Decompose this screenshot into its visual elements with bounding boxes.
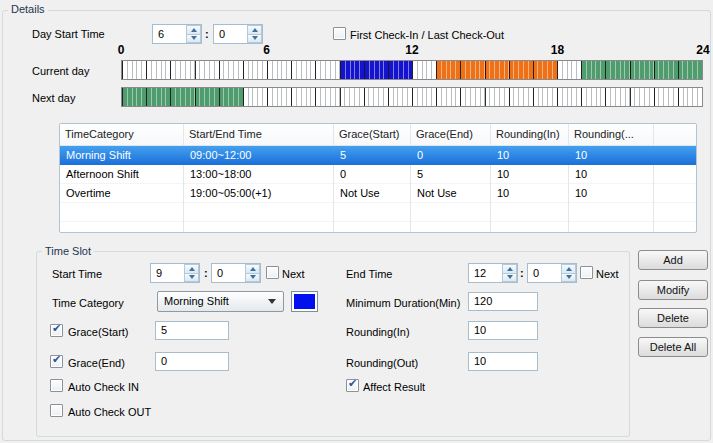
rounding-in-input[interactable]: 10 xyxy=(468,321,538,340)
start-time-label: Start Time xyxy=(52,267,102,281)
down-arrow-icon xyxy=(191,36,197,40)
next-day-label: Next day xyxy=(32,91,75,105)
day-start-minute-spinner[interactable]: 0 xyxy=(213,24,263,44)
rounding-out-input[interactable]: 10 xyxy=(468,352,538,371)
up-arrow-icon xyxy=(189,267,195,271)
table-row[interactable]: Afternoon Shift13:00~18:00051010 xyxy=(60,165,696,184)
table-cell: 10 xyxy=(569,146,654,165)
down-arrow-icon xyxy=(189,275,195,279)
table-cell: 10 xyxy=(491,146,569,165)
details-groupbox-label: Details xyxy=(8,3,48,16)
up-arrow-icon xyxy=(191,28,197,32)
spin-down-button[interactable] xyxy=(502,273,517,283)
start-time-next-checkbox[interactable] xyxy=(266,266,279,279)
day-start-minute-value[interactable]: 0 xyxy=(214,25,247,43)
table-cell: Overtime xyxy=(60,184,184,203)
column-separator xyxy=(183,124,184,145)
start-time-hour-spinner[interactable]: 9 xyxy=(150,263,200,283)
table-cell: 5 xyxy=(334,146,411,165)
down-arrow-icon xyxy=(507,275,513,279)
grace-start-label: Grace(Start) xyxy=(68,325,129,339)
minimum-duration-label: Minimum Duration(Min) xyxy=(346,296,460,310)
grace-end-input[interactable]: 0 xyxy=(155,352,229,371)
grace-end-label: Grace(End) xyxy=(68,356,125,370)
column-header[interactable]: Grace(End) xyxy=(411,124,491,145)
timeline-tick: 6 xyxy=(263,44,270,57)
table-cell: 10 xyxy=(491,184,569,203)
day-start-hour-value[interactable]: 6 xyxy=(153,25,186,43)
table-cell: Not Use xyxy=(411,184,491,203)
hour-gridlines xyxy=(122,61,702,79)
table-cell: 10 xyxy=(569,165,654,184)
spin-down-button[interactable] xyxy=(186,34,201,44)
spin-down-button[interactable] xyxy=(184,273,199,283)
table-cell: 0 xyxy=(334,165,411,184)
table-cell: 10 xyxy=(569,184,654,203)
time-colon: : xyxy=(205,26,209,42)
spin-down-button[interactable] xyxy=(561,273,576,283)
day-start-hour-spinner[interactable]: 6 xyxy=(152,24,202,44)
table-cell: 13:00~18:00 xyxy=(184,165,334,184)
add-button[interactable]: Add xyxy=(638,250,708,270)
start-time-minute-spinner[interactable]: 0 xyxy=(211,263,261,283)
table-cell: Morning Shift xyxy=(60,146,184,165)
up-arrow-icon xyxy=(250,267,256,271)
spin-down-button[interactable] xyxy=(245,273,260,283)
table-header: TimeCategoryStart/End TimeGrace(Start)Gr… xyxy=(60,124,696,146)
auto-check-out-checkbox[interactable] xyxy=(50,404,63,417)
delete-button[interactable]: Delete xyxy=(638,308,708,328)
down-arrow-icon xyxy=(250,275,256,279)
grace-start-input[interactable]: 5 xyxy=(155,321,229,340)
column-header[interactable]: TimeCategory xyxy=(60,124,184,145)
minimum-duration-input[interactable]: 120 xyxy=(468,292,538,311)
table-cell: 0 xyxy=(411,146,491,165)
up-arrow-icon xyxy=(252,28,258,32)
time-slot-groupbox-label: Time Slot xyxy=(42,245,94,258)
affect-result-checkbox[interactable] xyxy=(346,379,359,392)
column-separator xyxy=(568,124,569,145)
column-header[interactable]: Rounding(In) xyxy=(491,124,569,145)
down-arrow-icon xyxy=(252,36,258,40)
end-time-hour-spinner[interactable]: 12 xyxy=(468,263,518,283)
current-day-label: Current day xyxy=(32,64,89,78)
time-category-label: Time Category xyxy=(52,296,124,310)
delete-all-button[interactable]: Delete All xyxy=(638,337,708,357)
time-category-dropdown[interactable]: Morning Shift xyxy=(157,291,284,312)
spin-down-button[interactable] xyxy=(247,34,262,44)
end-time-next-checkbox[interactable] xyxy=(580,266,593,279)
auto-check-in-label: Auto Check IN xyxy=(68,380,139,394)
column-header[interactable]: Start/End Time xyxy=(184,124,334,145)
first-checkin-checkout-checkbox[interactable] xyxy=(333,27,346,40)
grace-end-checkbox[interactable] xyxy=(50,355,63,368)
rounding-out-label: Rounding(Out) xyxy=(346,356,418,370)
start-time-hour-value[interactable]: 9 xyxy=(151,264,184,282)
timeline-tick: 12 xyxy=(405,44,418,57)
column-header[interactable]: Grace(Start) xyxy=(334,124,411,145)
auto-check-in-checkbox[interactable] xyxy=(50,379,63,392)
table-cell: 5 xyxy=(411,165,491,184)
end-time-minute-value[interactable]: 0 xyxy=(528,264,561,282)
modify-button[interactable]: Modify xyxy=(638,280,708,300)
table-cell: Not Use xyxy=(334,184,411,203)
timeline-tick: 18 xyxy=(551,44,564,57)
up-arrow-icon xyxy=(507,267,513,271)
end-time-hour-value[interactable]: 12 xyxy=(469,264,502,282)
table-cell: 10 xyxy=(491,165,569,184)
down-arrow-icon xyxy=(566,275,572,279)
table-cell: 19:00~05:00(+1) xyxy=(184,184,334,203)
end-time-next-label: Next xyxy=(596,267,619,281)
category-color-swatch-button[interactable] xyxy=(291,291,318,312)
grace-start-checkbox[interactable] xyxy=(50,324,63,337)
hour-gridlines xyxy=(122,88,702,106)
table-row[interactable]: Morning Shift09:00~12:00501010 xyxy=(60,146,696,165)
timeline-tick: 0 xyxy=(118,44,125,57)
start-time-minute-value[interactable]: 0 xyxy=(212,264,245,282)
column-separator xyxy=(490,124,491,145)
end-time-minute-spinner[interactable]: 0 xyxy=(527,263,577,283)
table-cell: Afternoon Shift xyxy=(60,165,184,184)
column-separator xyxy=(410,124,411,145)
column-header[interactable]: Rounding(... xyxy=(569,124,654,145)
table-row[interactable]: Overtime19:00~05:00(+1)Not UseNot Use101… xyxy=(60,184,696,203)
rounding-in-label: Rounding(In) xyxy=(346,325,410,339)
column-separator xyxy=(653,124,654,145)
